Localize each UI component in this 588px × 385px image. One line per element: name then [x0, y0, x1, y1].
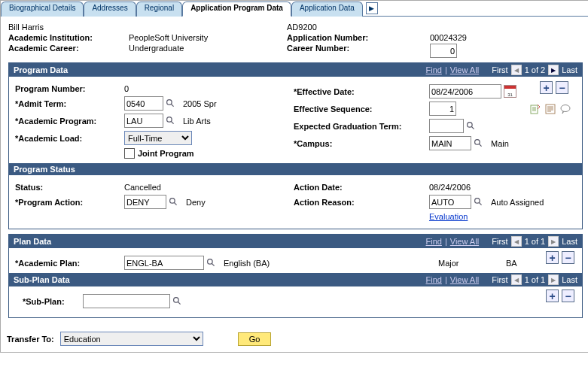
svg-line-12: [174, 202, 176, 205]
svg-point-9: [474, 140, 480, 145]
academic-program-lookup-icon[interactable]: [165, 116, 175, 126]
subplan-first-label[interactable]: First: [492, 275, 507, 284]
action-reason-lookup-icon[interactable]: [473, 197, 483, 208]
status-value: Cancelled: [124, 183, 161, 192]
plan-last-label[interactable]: Last: [562, 237, 577, 246]
admit-term-label: *Admit Term:: [15, 99, 124, 108]
plan-view-all-link[interactable]: View All: [450, 237, 479, 246]
subplan-prev-icon: ◀: [511, 274, 522, 285]
program-data-title: Program Data: [14, 65, 68, 74]
last-label[interactable]: Last: [562, 65, 577, 74]
application-number-value: 00024329: [430, 33, 467, 42]
effective-date-label: *Effective Date:: [294, 87, 429, 96]
subplan-view-all-link[interactable]: View All: [450, 275, 479, 284]
svg-point-6: [561, 105, 570, 111]
program-status-title: Program Status: [14, 165, 75, 174]
plan-prev-icon: ◀: [511, 236, 522, 247]
svg-rect-5: [546, 105, 555, 114]
academic-career-label: Academic Career:: [8, 44, 129, 58]
academic-load-label: *Academic Load:: [15, 134, 124, 143]
admit-term-input[interactable]: [124, 96, 163, 111]
action-date-value: 08/24/2006: [429, 183, 471, 192]
academic-program-desc: Lib Arts: [183, 117, 211, 126]
sub-plan-title: Sub-Plan Data: [14, 275, 70, 284]
worklist-icon[interactable]: [529, 103, 541, 115]
program-number-label: Program Number:: [15, 84, 124, 93]
academic-program-input[interactable]: [124, 114, 163, 128]
application-number-label: Application Number:: [287, 33, 430, 42]
svg-point-0: [166, 100, 172, 105]
tab-regional[interactable]: Regional: [136, 2, 182, 17]
go-button[interactable]: Go: [238, 332, 272, 346]
plan-first-label[interactable]: First: [492, 237, 507, 246]
campus-label: *Campus:: [294, 139, 429, 148]
subplan-delete-row-button[interactable]: −: [562, 290, 574, 302]
tab-biographical[interactable]: Biographical Details: [1, 2, 84, 17]
view-all-link[interactable]: View All: [450, 65, 479, 74]
svg-line-18: [178, 302, 180, 304]
academic-load-select[interactable]: Full-Time: [124, 131, 192, 145]
tab-application-data[interactable]: Application Data: [291, 2, 363, 17]
academic-plan-lookup-icon[interactable]: [206, 258, 216, 268]
sub-plan-input[interactable]: [83, 294, 170, 308]
svg-point-15: [207, 259, 212, 265]
action-reason-input[interactable]: [429, 195, 471, 209]
admit-term-lookup-icon[interactable]: [165, 99, 175, 109]
program-action-input[interactable]: [124, 195, 166, 209]
ad-code: AD9200: [287, 23, 430, 32]
first-label[interactable]: First: [492, 65, 507, 74]
expected-grad-input[interactable]: [429, 119, 464, 133]
tab-next-icon[interactable]: ▶: [366, 2, 378, 14]
program-position: 1 of 2: [525, 65, 546, 74]
add-row-button[interactable]: +: [540, 81, 553, 94]
student-name: Bill Harris: [8, 23, 129, 32]
calendar-icon[interactable]: [504, 85, 516, 98]
sub-plan-lookup-icon[interactable]: [172, 296, 182, 307]
career-number-label: Career Number:: [287, 44, 430, 58]
notepad-icon[interactable]: [544, 103, 556, 115]
academic-program-label: *Academic Program:: [15, 117, 124, 126]
effective-sequence-input[interactable]: [429, 102, 456, 116]
expected-grad-lookup-icon[interactable]: [465, 121, 476, 132]
delete-row-button[interactable]: −: [556, 81, 568, 94]
subplan-last-label[interactable]: Last: [562, 275, 577, 284]
joint-program-checkbox[interactable]: [124, 148, 135, 159]
effective-date-input[interactable]: [429, 84, 501, 99]
campus-input[interactable]: [429, 136, 471, 150]
campus-lookup-icon[interactable]: [473, 138, 483, 149]
program-data-nav: Find| View All First ◀ 1 of 2 ▶ Last: [426, 65, 577, 75]
academic-plan-input[interactable]: [124, 256, 204, 270]
plan-degree: BA: [506, 259, 517, 268]
subplan-add-row-button[interactable]: +: [546, 290, 559, 302]
academic-institution-value: PeopleSoft University: [129, 33, 287, 42]
career-number-value: [430, 44, 457, 58]
subplan-find-link[interactable]: Find: [426, 275, 442, 284]
program-action-label: *Program Action:: [15, 198, 124, 207]
plan-add-row-button[interactable]: +: [546, 251, 559, 264]
effective-sequence-label: Effective Sequence:: [294, 105, 429, 114]
plan-type: Major: [438, 259, 459, 268]
svg-line-10: [479, 144, 481, 146]
svg-point-17: [173, 298, 178, 303]
plan-find-link[interactable]: Find: [426, 237, 442, 246]
program-number-value: 0: [124, 84, 129, 93]
action-reason-label: Action Reason:: [294, 198, 429, 207]
expected-grad-label: Expected Graduation Term:: [294, 122, 429, 131]
evaluation-link[interactable]: Evaluation: [429, 212, 468, 221]
svg-point-7: [467, 123, 472, 128]
svg-point-13: [474, 199, 480, 204]
comment-icon[interactable]: [559, 103, 571, 115]
plan-next-icon: ▶: [548, 236, 559, 247]
admit-term-desc: 2005 Spr: [183, 99, 217, 108]
subplan-position: 1 of 1: [525, 275, 546, 284]
sub-plan-label: *Sub-Plan:: [23, 297, 83, 306]
plan-data-title: Plan Data: [14, 237, 51, 246]
find-link[interactable]: Find: [426, 65, 442, 74]
tab-addresses[interactable]: Addresses: [84, 2, 136, 17]
svg-point-2: [166, 117, 172, 123]
tab-application-program-data[interactable]: Application Program Data: [182, 2, 291, 17]
plan-delete-row-button[interactable]: −: [562, 251, 574, 264]
transfer-to-select[interactable]: Education: [60, 332, 203, 346]
next-row-icon[interactable]: ▶: [548, 65, 559, 75]
program-action-lookup-icon[interactable]: [168, 197, 178, 208]
